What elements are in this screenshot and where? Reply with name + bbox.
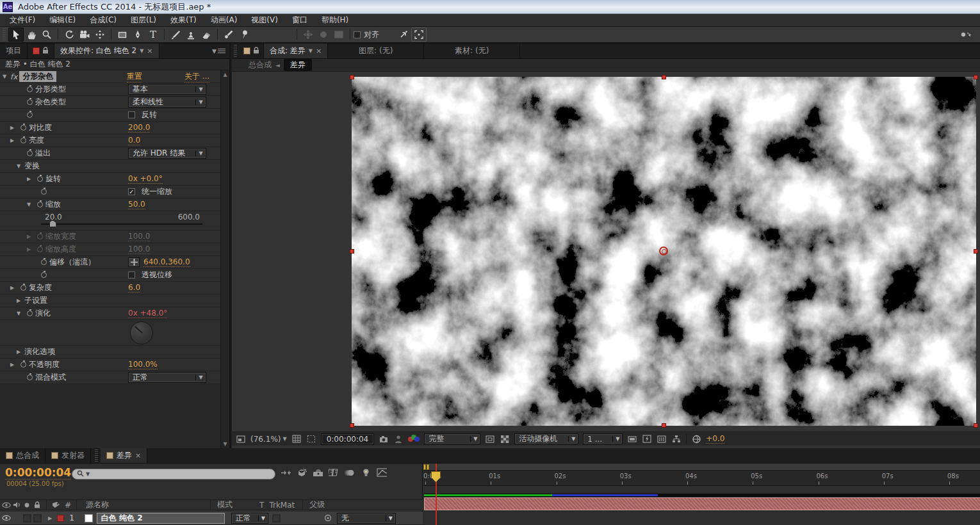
- invert-checkbox[interactable]: [128, 111, 135, 118]
- rotation-value[interactable]: 0x +0.0°: [128, 174, 163, 184]
- always-preview-icon[interactable]: [236, 434, 246, 444]
- stopwatch-icon[interactable]: [37, 176, 43, 182]
- expand-triangle-icon[interactable]: ▶: [9, 285, 15, 291]
- layer-handle[interactable]: [974, 249, 978, 254]
- rectangle-tool-icon[interactable]: [115, 28, 130, 42]
- tab-comp-emitter[interactable]: 发射器: [45, 448, 91, 463]
- arrow-northeast-icon[interactable]: [396, 28, 411, 42]
- active-camera-dropdown[interactable]: 活动摄像机▼: [514, 433, 578, 444]
- layer-mode-dropdown[interactable]: 正常▼: [231, 513, 268, 524]
- hand-tool-icon[interactable]: [24, 28, 39, 42]
- stopwatch-icon[interactable]: [27, 375, 33, 380]
- layer-row[interactable]: ▶ 1 白色 纯色 2 正常▼ 无▼: [0, 512, 423, 525]
- layer-handle[interactable]: [974, 423, 978, 428]
- region-of-interest-icon[interactable]: [485, 434, 495, 444]
- tab-comp-difference[interactable]: 差异 ×: [101, 448, 147, 463]
- frame-blending-icon[interactable]: [329, 467, 339, 478]
- rotation-tool-icon[interactable]: [61, 28, 77, 42]
- trkmat-well[interactable]: [272, 514, 281, 522]
- breadcrumb-current[interactable]: 差异: [284, 59, 312, 71]
- menu-item[interactable]: 合成(C): [84, 14, 122, 26]
- brush-tool-icon[interactable]: [168, 28, 183, 42]
- menu-item[interactable]: 动画(A): [205, 14, 243, 26]
- tab-effect-controls[interactable]: 效果控件: 白色 纯色 2 ▼ ×: [54, 44, 159, 58]
- puppet-pin-tool-icon[interactable]: [236, 28, 252, 42]
- layer-audio-well[interactable]: [23, 514, 31, 522]
- show-channel-icon[interactable]: [408, 435, 420, 444]
- snapshot-camera-icon[interactable]: [379, 434, 389, 444]
- label-icon[interactable]: [51, 500, 61, 510]
- layer-lock-well[interactable]: [33, 514, 42, 522]
- collapse-triangle-icon[interactable]: ▼: [26, 202, 32, 207]
- expand-triangle-icon[interactable]: ▶: [9, 125, 15, 131]
- expand-triangle-icon[interactable]: ▶: [9, 362, 15, 368]
- selection-tool-icon[interactable]: [8, 28, 24, 42]
- search-dropdown-icon[interactable]: ▼: [86, 471, 90, 477]
- collapse-triangle-icon[interactable]: ▼: [15, 163, 22, 169]
- layer-handle[interactable]: [974, 75, 978, 79]
- stopwatch-icon[interactable]: [20, 138, 26, 143]
- offset-value[interactable]: 640.0,360.0: [143, 257, 190, 267]
- grid-guides-icon[interactable]: [291, 434, 302, 444]
- stopwatch-icon[interactable]: [27, 112, 33, 118]
- complexity-value[interactable]: 6.0: [128, 283, 140, 293]
- menu-item[interactable]: 效果(T): [165, 14, 202, 26]
- layer-handle[interactable]: [350, 75, 354, 79]
- magnification-dropdown[interactable]: (76.1%)▼: [250, 435, 287, 444]
- menu-item[interactable]: 帮助(H): [316, 14, 354, 26]
- layer-expand-triangle-icon[interactable]: ▶: [48, 515, 52, 521]
- snap-toggle[interactable]: 对齐: [354, 29, 379, 40]
- comp-flowchart-icon[interactable]: [671, 434, 682, 444]
- column-parent[interactable]: 父级: [309, 499, 325, 510]
- breadcrumb-parent[interactable]: 总合成: [249, 60, 272, 70]
- solo-icon[interactable]: [22, 500, 32, 510]
- anchor-point-icon[interactable]: [659, 246, 668, 255]
- exposure-value[interactable]: +0.0: [706, 434, 724, 444]
- chevron-down-icon[interactable]: ▼: [195, 375, 206, 380]
- sync-settings-icon[interactable]: [958, 28, 974, 42]
- timeline-track-area[interactable]: 0:00s01s02s03s04s05s06s07s08s: [423, 464, 980, 525]
- perspective-checkbox[interactable]: [128, 271, 135, 279]
- point-target-icon[interactable]: [128, 257, 140, 267]
- tab-project[interactable]: 项目: [0, 44, 28, 58]
- graph-editor-icon[interactable]: [377, 467, 387, 478]
- group-row-sub-settings[interactable]: ▶ 子设置: [0, 295, 220, 307]
- stopwatch-icon[interactable]: [27, 99, 33, 105]
- lock-icon[interactable]: [32, 500, 42, 510]
- vertical-scrollbar[interactable]: ▲ ▼: [220, 70, 229, 448]
- current-timecode[interactable]: 0:00:00:04: [5, 466, 71, 480]
- work-area-start-handle[interactable]: [427, 464, 429, 470]
- evolution-value[interactable]: 0x +48.0°: [128, 309, 167, 318]
- pan-behind-tool-icon[interactable]: [92, 28, 108, 42]
- snap-checkbox[interactable]: [354, 31, 361, 38]
- overflow-dropdown[interactable]: 允许 HDR 结果▼: [128, 148, 206, 159]
- camera-tool-icon[interactable]: [77, 28, 92, 42]
- fractal-noise-image[interactable]: [352, 77, 976, 426]
- view-layout-dropdown[interactable]: 1 ...▼: [583, 433, 623, 444]
- reset-link[interactable]: 重置: [127, 71, 142, 83]
- pixel-aspect-icon[interactable]: [627, 434, 637, 444]
- work-area-start-handle[interactable]: [423, 464, 426, 470]
- layer-label-color[interactable]: [57, 515, 64, 522]
- layer-name[interactable]: 白色 纯色 2: [97, 513, 225, 524]
- lock-icon[interactable]: [42, 47, 49, 56]
- blend-mode-dropdown[interactable]: 正常▼: [128, 372, 206, 383]
- clone-stamp-tool-icon[interactable]: [183, 28, 199, 42]
- center-view-icon[interactable]: [411, 28, 427, 42]
- stopwatch-icon[interactable]: [27, 86, 33, 92]
- stopwatch-icon[interactable]: [27, 311, 33, 316]
- reset-exposure-icon[interactable]: [691, 434, 701, 444]
- tab-comp-total[interactable]: 总合成: [0, 448, 45, 463]
- evolution-dial[interactable]: [130, 321, 153, 344]
- tab-close-icon[interactable]: ×: [316, 47, 322, 55]
- transparency-grid-icon[interactable]: [500, 434, 510, 444]
- collapse-triangle-icon[interactable]: ▼: [1, 74, 8, 79]
- timeline-search-input[interactable]: ▼: [72, 469, 275, 480]
- layer-handle[interactable]: [350, 423, 354, 428]
- mask-visibility-icon[interactable]: [306, 434, 316, 444]
- composition-viewer[interactable]: [232, 72, 980, 432]
- tab-dropdown-icon[interactable]: ▼: [140, 48, 143, 54]
- type-tool-icon[interactable]: T: [145, 28, 161, 42]
- stopwatch-icon[interactable]: [41, 272, 47, 278]
- parent-dropdown[interactable]: 无▼: [337, 513, 396, 524]
